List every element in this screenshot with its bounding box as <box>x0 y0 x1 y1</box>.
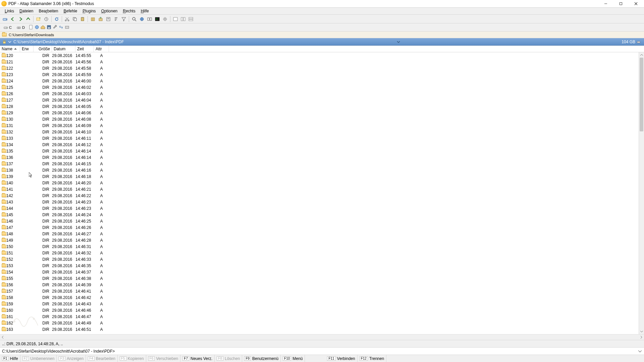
view-mode2-button[interactable] <box>179 15 187 23</box>
fkey-f12[interactable]: F12Trennen <box>358 355 386 362</box>
hotpaths-button[interactable] <box>35 15 42 23</box>
table-row[interactable]: 148DIR29.08.201614:46:27A <box>0 231 639 237</box>
fkey-f11[interactable]: F11Verbinden <box>325 355 357 362</box>
filter-button[interactable] <box>120 15 127 23</box>
table-row[interactable]: 155DIR29.08.201614:46:38A <box>0 275 639 282</box>
chevron-down-icon[interactable] <box>8 40 11 44</box>
vertical-scrollbar[interactable] <box>639 52 644 334</box>
fkey-f9[interactable]: F9Benutzermenü <box>242 355 281 362</box>
table-row[interactable]: 127DIR29.08.201614:46:04A <box>0 97 639 103</box>
table-row[interactable]: 161DIR29.08.201614:46:47A <box>0 313 639 320</box>
connect-button[interactable] <box>138 15 146 23</box>
table-row[interactable]: 132DIR29.08.201614:46:10A <box>0 129 639 135</box>
col-attr[interactable]: Attr <box>94 46 109 52</box>
table-row[interactable]: 159DIR29.08.201614:46:43A <box>0 301 639 307</box>
active-path-bar[interactable]: C:\Users\Stefan\Desktop\Videoschnitt\Acr… <box>0 38 644 46</box>
drive-d-button[interactable]: D <box>14 24 27 31</box>
find-button[interactable] <box>130 15 138 23</box>
table-row[interactable]: 125DIR29.08.201614:46:02A <box>0 84 639 90</box>
file-list[interactable]: 120DIR29.08.201614:45:55A121DIR29.08.201… <box>0 52 644 334</box>
menu-optionen[interactable]: Optionen <box>99 8 120 14</box>
table-row[interactable]: 130DIR29.08.201614:46:08A <box>0 116 639 122</box>
table-row[interactable]: 123DIR29.08.201614:45:59A <box>0 71 639 78</box>
cmdline-dropdown-icon[interactable] <box>638 349 642 353</box>
inactive-path-bar[interactable]: C:\Users\Stefan\Downloads <box>0 32 644 38</box>
menu-bearbeiten[interactable]: Bearbeiten <box>36 8 61 14</box>
pack-button[interactable] <box>89 15 97 23</box>
table-row[interactable]: 140DIR29.08.201614:46:20A <box>0 180 639 186</box>
drivebar-tool-button[interactable] <box>52 24 58 31</box>
table-row[interactable]: 163DIR29.08.201614:46:51A <box>0 326 639 333</box>
fkey-f7[interactable]: F7Neues Verz. <box>180 355 215 362</box>
table-row[interactable]: 141DIR29.08.201614:46:21A <box>0 186 639 192</box>
table-row[interactable]: 145DIR29.08.201614:46:24A <box>0 212 639 218</box>
unpack-button[interactable] <box>97 15 104 23</box>
table-row[interactable]: 150DIR29.08.201614:46:31A <box>0 243 639 250</box>
table-row[interactable]: 134DIR29.08.201614:46:12A <box>0 141 639 148</box>
col-time[interactable]: Zeit <box>75 46 94 52</box>
table-row[interactable]: 122DIR29.08.201614:45:58A <box>0 65 639 71</box>
table-row[interactable]: 137DIR29.08.201614:46:15A <box>0 161 639 167</box>
sort-button[interactable] <box>112 15 120 23</box>
scroll-up-arrow[interactable] <box>639 52 644 58</box>
cut-button[interactable] <box>63 15 71 23</box>
table-row[interactable]: 139DIR29.08.201614:46:18A <box>0 173 639 180</box>
table-row[interactable]: 156DIR29.08.201614:46:39A <box>0 282 639 288</box>
table-row[interactable]: 147DIR29.08.201614:46:26A <box>0 224 639 231</box>
table-row[interactable]: 121DIR29.08.201614:45:56A <box>0 59 639 65</box>
table-row[interactable]: 146DIR29.08.201614:46:25A <box>0 218 639 224</box>
scroll-right-arrow[interactable] <box>639 335 644 340</box>
scroll-left-arrow[interactable] <box>0 335 5 340</box>
drivebar-floppy-button[interactable] <box>46 24 52 31</box>
menu-dateien[interactable]: Dateien <box>17 8 36 14</box>
table-row[interactable]: 143DIR29.08.201614:46:23A <box>0 199 639 205</box>
minimize-button[interactable] <box>598 0 613 7</box>
table-row[interactable]: 138DIR29.08.201614:46:16A <box>0 167 639 173</box>
drivebar-doc-button[interactable] <box>28 24 34 31</box>
back-button[interactable] <box>9 15 16 23</box>
scroll-thumb[interactable] <box>640 58 643 131</box>
table-row[interactable]: 126DIR29.08.201614:46:03A <box>0 90 639 97</box>
table-row[interactable]: 142DIR29.08.201614:46:22A <box>0 192 639 199</box>
table-row[interactable]: 158DIR29.08.201614:46:42A <box>0 294 639 301</box>
horizontal-scrollbar[interactable] <box>0 334 644 340</box>
copy-button[interactable] <box>71 15 78 23</box>
history-button[interactable] <box>43 15 50 23</box>
col-ext[interactable]: Erw <box>20 46 34 52</box>
maximize-button[interactable] <box>613 0 628 7</box>
scroll-track[interactable] <box>639 58 644 329</box>
menu-plugins[interactable]: Plugins <box>80 8 98 14</box>
settings-button[interactable] <box>161 15 169 23</box>
drivebar-extra-button[interactable] <box>64 24 70 31</box>
change-drive-button[interactable] <box>1 15 9 23</box>
terminal-button[interactable]: C: <box>154 15 161 23</box>
table-row[interactable]: 129DIR29.08.201614:46:06A <box>0 110 639 116</box>
fkey-f1[interactable]: F1Hilfe <box>0 355 20 362</box>
table-row[interactable]: 157DIR29.08.201614:46:41A <box>0 288 639 294</box>
scroll-down-arrow[interactable] <box>639 329 644 334</box>
menu-hilfe[interactable]: Hilfe <box>138 8 152 14</box>
table-row[interactable]: 154DIR29.08.201614:46:37A <box>0 269 639 275</box>
table-row[interactable]: 128DIR29.08.201614:46:05A <box>0 103 639 110</box>
forward-button[interactable] <box>17 15 24 23</box>
command-line[interactable]: C:\Users\Stefan\Desktop\Videoschnitt\Acr… <box>0 347 644 355</box>
drivebar-home-button[interactable] <box>40 24 46 31</box>
table-row[interactable]: 152DIR29.08.201614:46:33A <box>0 256 639 262</box>
drive-c-button[interactable]: C <box>1 24 14 31</box>
table-row[interactable]: 133DIR29.08.201614:46:11A <box>0 135 639 141</box>
close-button[interactable] <box>628 0 643 7</box>
table-row[interactable]: 153DIR29.08.201614:46:35A <box>0 262 639 269</box>
table-row[interactable]: 135DIR29.08.201614:46:14A <box>0 148 639 154</box>
menu-links[interactable]: Links <box>2 8 17 14</box>
table-row[interactable]: 136DIR29.08.201614:46:14A <box>0 154 639 161</box>
view-mode3-button[interactable] <box>187 15 195 23</box>
table-row[interactable]: 151DIR29.08.201614:46:32A <box>0 250 639 256</box>
col-date[interactable]: Datum <box>52 46 75 52</box>
up-button[interactable] <box>24 15 32 23</box>
table-row[interactable]: 131DIR29.08.201614:46:09A <box>0 122 639 129</box>
fkey-f10[interactable]: F10Menü <box>281 355 305 362</box>
view-mode1-button[interactable] <box>172 15 179 23</box>
drivebar-net-button[interactable] <box>34 24 40 31</box>
properties-button[interactable] <box>105 15 112 23</box>
table-row[interactable]: 120DIR29.08.201614:45:55A <box>0 52 639 59</box>
